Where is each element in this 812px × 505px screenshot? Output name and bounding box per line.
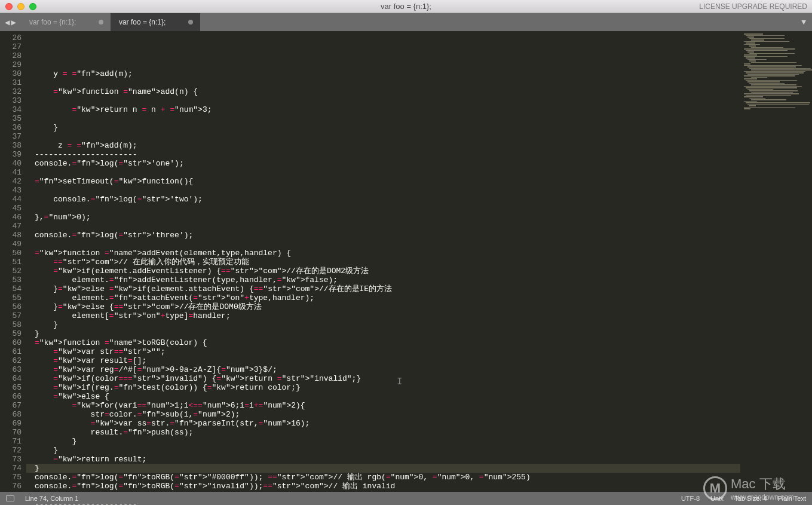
- line-number: 26: [0, 33, 22, 42]
- editor-area: 2627282930313233343536373839404142434445…: [0, 31, 812, 492]
- code-line: [35, 491, 740, 500]
- code-line: ="kw">if(color==="str">"invalid") {="kw"…: [35, 374, 740, 383]
- line-number: 45: [0, 204, 22, 213]
- code-line: },="num">0);: [35, 213, 740, 222]
- code-line: ----------------------: [35, 150, 740, 159]
- window-titlebar: var foo = {n:1}; LICENSE UPGRADE REQUIRE…: [0, 0, 812, 13]
- tab-file-2-active[interactable]: var foo = {n:1};: [111, 13, 200, 31]
- line-number: 47: [0, 222, 22, 231]
- line-number: 37: [0, 132, 22, 141]
- line-number-gutter[interactable]: 2627282930313233343536373839404142434445…: [0, 31, 26, 492]
- minimap[interactable]: [740, 31, 812, 492]
- line-number: 71: [0, 437, 22, 446]
- code-line: result.="fn">push(ss);: [35, 428, 740, 437]
- line-number: 54: [0, 284, 22, 293]
- line-number: 75: [0, 473, 22, 482]
- tab-file-1[interactable]: var foo = {n:1};: [21, 13, 111, 31]
- code-line: [35, 222, 740, 231]
- line-number: 50: [0, 249, 22, 258]
- code-line: }: [35, 446, 740, 455]
- code-line: ="kw">return result;: [35, 455, 740, 464]
- line-number: 74: [0, 464, 22, 473]
- minimize-window-button[interactable]: [17, 3, 24, 10]
- traffic-lights: [0, 3, 36, 10]
- line-number: 39: [0, 150, 22, 159]
- line-number: 35: [0, 114, 22, 123]
- line-number: 70: [0, 428, 22, 437]
- code-line: ="kw">var ss=str.="fn">parseInt(str,="nu…: [35, 419, 740, 428]
- license-notice[interactable]: LICENSE UPGRADE REQUIRED: [699, 2, 807, 11]
- code-line: [35, 60, 740, 69]
- dirty-indicator-icon: [188, 20, 193, 25]
- code-line: element.="fn">attachEvent(="str">"on"+ty…: [35, 293, 740, 302]
- code-line: ="kw">var str=="str">"";: [35, 347, 740, 356]
- tab-overflow-icon[interactable]: ▼: [801, 18, 806, 27]
- line-number: 31: [0, 78, 22, 87]
- maximize-window-button[interactable]: [29, 3, 36, 10]
- nav-arrows: ◀ ▶: [0, 13, 21, 31]
- code-line: =="str">"com">// 在此输入你的代码，实现预定功能: [35, 258, 740, 267]
- code-line: console.="fn">log(="fn">toRGB(="str">"#0…: [35, 473, 740, 482]
- tab-label: var foo = {n:1};: [119, 18, 166, 26]
- line-number: 58: [0, 320, 22, 329]
- code-line: [35, 168, 740, 177]
- code-line: [35, 114, 740, 123]
- panel-toggle-icon[interactable]: [6, 495, 14, 501]
- code-line: ----------------------: [35, 500, 740, 505]
- code-line: ="kw">else {: [35, 392, 740, 401]
- code-line: ="kw">for(vari=="num">1;i<=="num">6;i=i+…: [35, 401, 740, 410]
- line-number: 68: [0, 410, 22, 419]
- line-number: 32: [0, 87, 22, 96]
- code-line: console.="fn">log(="str">'one');: [35, 159, 740, 168]
- code-line: console.="fn">log(="fn">toRGB(="str">"in…: [35, 482, 740, 491]
- line-number: 52: [0, 267, 22, 276]
- code-line: z = ="fn">add(m);: [35, 141, 740, 150]
- line-number: 65: [0, 383, 22, 392]
- syntax-indicator[interactable]: Plain Text: [778, 495, 807, 502]
- code-line: str=color.="fn">sub(i,="num">2);: [35, 410, 740, 419]
- line-number: 33: [0, 96, 22, 105]
- code-line: [35, 78, 740, 87]
- code-line: }: [35, 437, 740, 446]
- code-line: [35, 186, 740, 195]
- line-number: 46: [0, 213, 22, 222]
- nav-forward-icon[interactable]: ▶: [11, 17, 16, 27]
- line-number: 72: [0, 446, 22, 455]
- tab-bar: ◀ ▶ var foo = {n:1}; var foo = {n:1}; ▼: [0, 13, 812, 31]
- code-line: ="kw">var reg=/^#[="num">0-9a-zA-Z]{="nu…: [35, 365, 740, 374]
- line-number: 28: [0, 51, 22, 60]
- code-line: }: [35, 329, 740, 338]
- code-line: console.="fn">log(="str">'three');: [35, 231, 740, 240]
- line-number: 57: [0, 311, 22, 320]
- line-number: 51: [0, 258, 22, 267]
- line-number: 40: [0, 159, 22, 168]
- line-number: 49: [0, 240, 22, 249]
- line-number: 69: [0, 419, 22, 428]
- line-number: 38: [0, 141, 22, 150]
- line-number: 30: [0, 69, 22, 78]
- line-number: 66: [0, 392, 22, 401]
- line-number: 67: [0, 401, 22, 410]
- nav-back-icon[interactable]: ◀: [5, 17, 10, 27]
- line-number: 59: [0, 329, 22, 338]
- line-number: 36: [0, 123, 22, 132]
- line-number: 48: [0, 231, 22, 240]
- code-line: ="kw">function ="name">add(n) {: [35, 87, 740, 96]
- dirty-indicator-icon: [99, 20, 103, 25]
- code-line: }: [35, 320, 740, 329]
- line-number: 63: [0, 365, 22, 374]
- code-line: ="kw">function ="name">toRGB(color) {: [35, 338, 740, 347]
- code-line: ="fn">setTimeout(="kw">function(){: [35, 177, 740, 186]
- line-number: 41: [0, 168, 22, 177]
- code-line: y = ="fn">add(m);: [35, 69, 740, 78]
- code-line: ="kw">if(element.addEventListener) {=="s…: [35, 267, 740, 276]
- line-number: 64: [0, 374, 22, 383]
- code-line: }: [35, 464, 740, 473]
- code-line: [35, 240, 740, 249]
- code-line: [35, 204, 740, 213]
- tab-label: var foo = {n:1};: [29, 18, 76, 26]
- line-number: 76: [0, 482, 22, 491]
- line-number: 55: [0, 293, 22, 302]
- close-window-button[interactable]: [5, 3, 13, 10]
- code-editor[interactable]: y = ="fn">add(m); ="kw">function ="name"…: [26, 31, 740, 492]
